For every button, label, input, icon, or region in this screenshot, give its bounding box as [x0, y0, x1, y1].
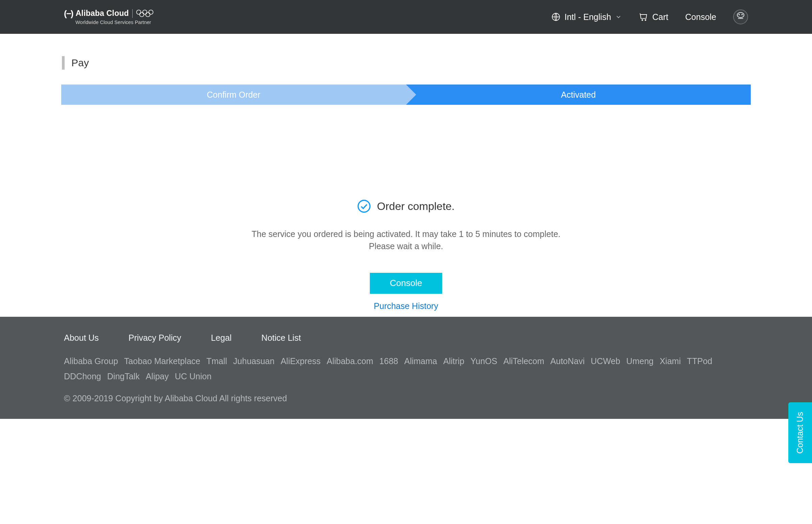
- footer-network-link[interactable]: AliTelecom: [504, 356, 544, 366]
- cart-icon: [639, 12, 648, 22]
- step-confirm-order-label: Confirm Order: [207, 90, 260, 100]
- svg-point-2: [148, 10, 153, 14]
- brand-block[interactable]: (−) Alibaba Cloud Worldwide Cloud Servic…: [64, 9, 154, 25]
- purchase-history-label: Purchase History: [374, 301, 438, 311]
- footer-link-legal[interactable]: Legal: [211, 333, 232, 343]
- footer-link-privacy[interactable]: Privacy Policy: [129, 333, 181, 343]
- footer-network-link[interactable]: Alitrip: [443, 356, 464, 366]
- top-header: (−) Alibaba Cloud Worldwide Cloud Servic…: [0, 0, 812, 34]
- footer-primary-links: About Us Privacy Policy Legal Notice Lis…: [64, 333, 748, 343]
- avatar[interactable]: [733, 10, 748, 24]
- success-line1: The service you ordered is being activat…: [61, 228, 751, 240]
- step-activated-label: Activated: [561, 90, 596, 100]
- footer-network-link[interactable]: Xiami: [660, 356, 681, 366]
- svg-point-7: [645, 20, 646, 21]
- footer-link-about[interactable]: About Us: [64, 333, 99, 343]
- footer-network-link[interactable]: DDChong: [64, 372, 101, 381]
- cart-label: Cart: [652, 12, 668, 22]
- svg-point-11: [358, 200, 370, 212]
- olympic-rings-icon: [136, 9, 154, 18]
- footer-network-link[interactable]: UCWeb: [591, 356, 620, 366]
- locale-switch[interactable]: Intl - English: [552, 12, 622, 22]
- cart-link[interactable]: Cart: [639, 12, 668, 22]
- footer-network-link[interactable]: Juhuasuan: [233, 356, 274, 366]
- globe-icon: [552, 13, 560, 21]
- footer-network-link[interactable]: AliExpress: [281, 356, 320, 366]
- svg-point-6: [642, 20, 643, 21]
- svg-point-0: [136, 10, 141, 14]
- brand-tagline: Worldwide Cloud Services Partner: [76, 20, 154, 25]
- footer-network-links: Alibaba GroupTaobao MarketplaceTmallJuhu…: [64, 356, 748, 381]
- contact-us-label: Contact Us: [795, 412, 805, 454]
- progress-steps: Confirm Order Activated: [61, 84, 751, 105]
- footer-network-link[interactable]: AutoNavi: [551, 356, 585, 366]
- svg-point-1: [142, 10, 147, 14]
- svg-point-10: [742, 14, 742, 15]
- console-button-label: Console: [390, 278, 422, 288]
- footer-network-link[interactable]: Umeng: [626, 356, 654, 366]
- svg-point-9: [739, 14, 739, 15]
- footer-network-link[interactable]: 1688: [379, 356, 398, 366]
- console-link[interactable]: Console: [685, 12, 716, 22]
- footer-network-link[interactable]: TTPod: [687, 356, 712, 366]
- purchase-history-link[interactable]: Purchase History: [61, 301, 751, 311]
- locale-label: Intl - English: [564, 12, 611, 22]
- step-confirm-order: Confirm Order: [61, 84, 406, 105]
- footer-network-link[interactable]: YunOS: [470, 356, 497, 366]
- footer-copyright: © 2009-2019 Copyright by Alibaba Cloud A…: [64, 393, 748, 403]
- page-title: Pay: [71, 57, 89, 69]
- footer-network-link[interactable]: Alimama: [404, 356, 437, 366]
- chevron-down-icon: [615, 14, 622, 20]
- step-activated: Activated: [406, 84, 751, 105]
- brand-separator: [132, 9, 133, 18]
- page-title-accent: [62, 56, 65, 70]
- check-circle-icon: [357, 199, 371, 213]
- svg-point-8: [737, 13, 744, 18]
- success-heading-text: Order complete.: [377, 200, 455, 213]
- footer-network-link[interactable]: Tmall: [206, 356, 227, 366]
- success-heading: Order complete.: [61, 199, 751, 213]
- success-description: The service you ordered is being activat…: [61, 228, 751, 252]
- brand-name: Alibaba Cloud: [76, 10, 129, 17]
- footer-network-link[interactable]: Taobao Marketplace: [124, 356, 200, 366]
- console-button[interactable]: Console: [370, 273, 442, 294]
- brand-bracket-icon: (−): [64, 9, 73, 18]
- page-title-wrap: Pay: [61, 56, 751, 70]
- footer-network-link[interactable]: Alibaba.com: [327, 356, 373, 366]
- console-link-label: Console: [685, 12, 716, 22]
- footer: About Us Privacy Policy Legal Notice Lis…: [0, 317, 812, 419]
- footer-network-link[interactable]: DingTalk: [107, 372, 140, 381]
- footer-network-link[interactable]: Alipay: [146, 372, 169, 381]
- svg-point-4: [145, 12, 150, 17]
- svg-point-3: [139, 12, 144, 17]
- contact-us-tab[interactable]: Contact Us: [788, 402, 812, 463]
- footer-link-notice[interactable]: Notice List: [261, 333, 301, 343]
- brand-logo: (−) Alibaba Cloud: [64, 9, 129, 18]
- footer-network-link[interactable]: Alibaba Group: [64, 356, 118, 366]
- avatar-icon: [735, 11, 746, 23]
- footer-network-link[interactable]: UC Union: [175, 372, 211, 381]
- success-line2: Please wait a while.: [61, 240, 751, 252]
